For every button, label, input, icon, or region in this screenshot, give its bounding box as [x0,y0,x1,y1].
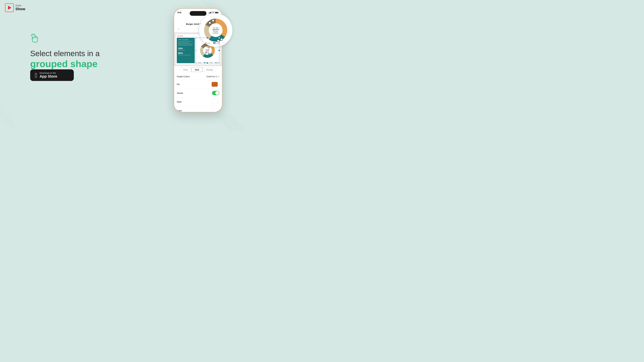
status-time: 9:41 [178,11,182,14]
tab-bar: Chart Style Arrange [174,66,222,73]
style-chevron-icon: › [219,100,219,103]
tagline-line2: grouped shape [30,58,100,69]
hand-pointer-icon [30,33,100,45]
fill-value[interactable]: › [212,82,219,87]
tab-arrange[interactable]: Arrange [203,67,216,72]
logo-play-icon [8,6,12,10]
chevron-down-icon [218,76,219,77]
svg-rect-14 [209,13,209,13]
svg-point-39 [209,22,211,24]
style-row: Style › [177,97,219,106]
apple-icon:  [35,72,37,78]
svg-rect-16 [210,12,211,13]
logo-show: Show [16,7,25,11]
svg-point-40 [212,19,214,22]
logo-icon [5,3,14,12]
color-chevron-icon: › [219,109,219,112]
svg-text:Key data: Key data [213,27,218,29]
svg-point-48 [228,42,229,43]
svg-rect-17 [211,12,212,13]
tagline-line1: Select elements in a [30,49,100,58]
fill-chevron-icon: › [219,83,219,85]
style-color-swatch[interactable] [212,99,218,104]
graph-colors-row: Graph Colors DataPoint 2 [177,73,219,80]
slide-left-panel: Charts and graphs Charts and graphs are … [177,38,195,63]
stroke-label: Stroke [177,92,183,94]
phone-mockup: 9:41 Burger Joint Superside ‹ [174,8,222,112]
fill-color-swatch[interactable] [212,82,218,87]
header-logo: Zoho Show [5,3,25,12]
svg-line-4 [228,114,244,130]
svg-line-1 [218,114,235,131]
tab-style[interactable]: Style [191,67,203,72]
logo-zoho: Zoho [16,4,25,7]
logo-text: Zoho Show [16,4,25,11]
svg-text:for your: for your [213,30,218,32]
app-store-text: Download on the App Store [40,72,57,79]
status-icons [209,12,219,13]
properties-panel: Graph Colors DataPoint 2 Fill › [174,73,222,112]
svg-line-2 [221,114,238,131]
svg-line-0 [215,114,232,131]
graph-colors-label: Graph Colors [177,75,190,78]
style-value[interactable]: › [212,99,219,104]
svg-point-13 [32,33,33,35]
color-label: Color [177,109,182,112]
slide-card: Key Data Charts and graphs Charts and gr… [176,34,220,64]
svg-rect-15 [210,12,210,13]
tab-chart[interactable]: Chart [180,67,191,72]
app-store-button[interactable]:  Download on the App Store [30,69,74,81]
svg-rect-20 [215,12,218,13]
stroke-toggle[interactable] [212,91,219,95]
graph-colors-value: DataPoint 2 [206,75,217,78]
fill-row: Fill › [177,80,219,89]
style-label: Style [177,100,182,103]
slide-right-panel: Key data important for your business [196,38,219,63]
svg-line-10 [0,112,17,129]
fill-label: Fill [177,83,180,86]
left-content: Select elements in a grouped shape  Dow… [30,33,100,81]
svg-text:business: business [213,32,218,34]
svg-point-12 [31,35,32,36]
svg-line-3 [225,114,242,131]
selection-border [196,38,219,63]
color-swatch[interactable] [212,108,218,112]
back-button[interactable]: ‹ [178,27,180,31]
svg-rect-19 [218,12,219,13]
phone-dynamic-island [190,11,206,16]
color-value[interactable]: › [212,108,219,112]
svg-line-11 [0,116,14,129]
stroke-row: Stroke [177,89,219,97]
color-row: Color › [177,106,219,112]
svg-text:important: important [212,29,219,30]
svg-point-41 [220,38,223,40]
graph-colors-selector[interactable]: DataPoint 2 [206,75,219,78]
svg-line-9 [0,109,14,122]
